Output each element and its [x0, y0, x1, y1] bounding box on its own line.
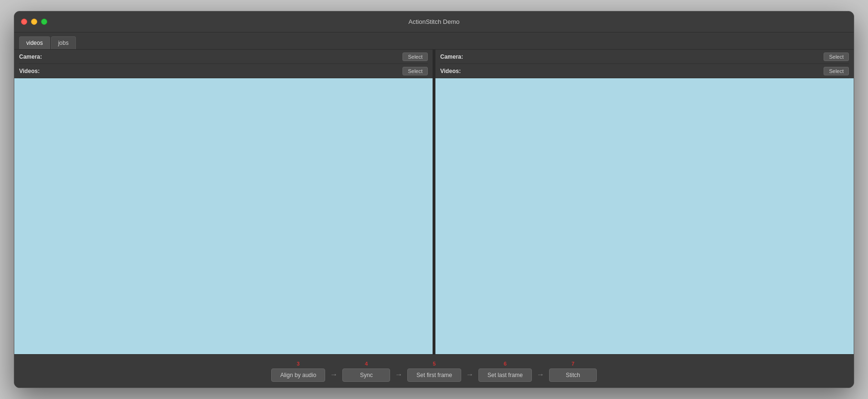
window-title: ActionStitch Demo: [409, 18, 460, 25]
left-camera-select-button[interactable]: Select: [402, 52, 428, 61]
step-6-container: 6 Set last frame: [478, 361, 532, 382]
set-first-frame-button[interactable]: Set first frame: [407, 368, 461, 382]
set-last-frame-button[interactable]: Set last frame: [478, 368, 532, 382]
left-videos-row: Videos: Select: [19, 64, 428, 78]
right-panel: Camera: Select Videos: Select: [435, 50, 854, 354]
close-button[interactable]: [21, 19, 27, 25]
bottom-toolbar: 3 Align by audio → 4 Sync → 5 Set first …: [14, 354, 854, 388]
left-videos-select-button[interactable]: Select: [402, 67, 428, 75]
left-camera-row: Camera: Select: [19, 50, 428, 64]
title-bar: ActionStitch Demo: [14, 11, 854, 32]
left-videos-label: Videos:: [19, 68, 402, 74]
left-camera-label: Camera:: [19, 53, 402, 60]
arrow-4-icon: →: [537, 370, 544, 379]
tab-jobs[interactable]: jobs: [51, 36, 76, 49]
right-videos-label: Videos:: [440, 68, 824, 74]
stitch-button[interactable]: Stitch: [549, 368, 597, 382]
arrow-1-icon: →: [330, 370, 338, 379]
panels-container: Camera: Select Videos: Select Camera:: [14, 50, 854, 354]
left-panel: Camera: Select Videos: Select: [14, 50, 433, 354]
arrow-2-icon: →: [395, 370, 402, 379]
maximize-button[interactable]: [41, 19, 47, 25]
app-window: ActionStitch Demo videos jobs Camera: Se…: [14, 11, 854, 388]
step-4-container: 4 Sync: [342, 361, 390, 382]
minimize-button[interactable]: [31, 19, 37, 25]
left-video-area: [14, 78, 433, 354]
left-panel-header: Camera: Select Videos: Select: [14, 50, 433, 78]
align-by-audio-button[interactable]: Align by audio: [271, 368, 325, 382]
step-3-number: 3: [297, 361, 300, 367]
right-camera-select-button[interactable]: Select: [824, 52, 849, 61]
tab-bar: videos jobs: [14, 32, 854, 50]
right-videos-row: Videos: Select: [440, 64, 849, 78]
step-3-container: 3 Align by audio: [271, 361, 325, 382]
sync-button[interactable]: Sync: [342, 368, 390, 382]
step-6-number: 6: [504, 361, 507, 367]
step-5-number: 5: [433, 361, 436, 367]
traffic-lights: [21, 19, 47, 25]
right-panel-header: Camera: Select Videos: Select: [435, 50, 854, 78]
right-camera-label: Camera:: [440, 53, 824, 60]
tab-videos[interactable]: videos: [19, 36, 50, 49]
step-5-container: 5 Set first frame: [407, 361, 461, 382]
step-7-number: 7: [572, 361, 574, 367]
arrow-3-icon: →: [466, 370, 474, 379]
step-4-number: 4: [365, 361, 368, 367]
right-camera-row: Camera: Select: [440, 50, 849, 64]
content-area: Camera: Select Videos: Select Camera:: [14, 50, 854, 388]
step-7-container: 7 Stitch: [549, 361, 597, 382]
right-video-area: [435, 78, 854, 354]
right-videos-select-button[interactable]: Select: [824, 67, 849, 75]
